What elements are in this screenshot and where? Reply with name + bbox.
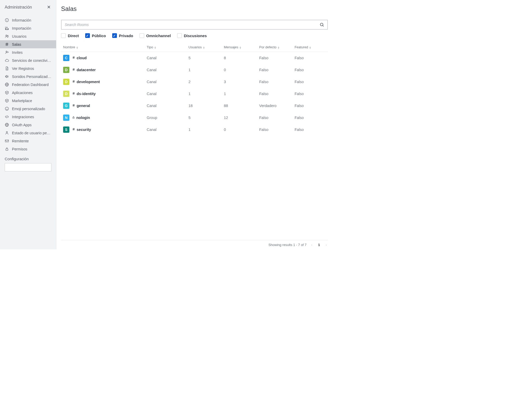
sidebar-item-label: Integraciones [12, 115, 34, 119]
sidebar-item-sonidos-personalizados[interactable]: Sonidos Personalizados [0, 72, 56, 81]
sidebar-item-salas[interactable]: Salas [0, 40, 56, 48]
close-icon[interactable] [46, 5, 52, 10]
sidebar-item-label: Usuarios [12, 34, 26, 38]
filter-direct[interactable]: Direct [61, 33, 79, 38]
filter-privado[interactable]: Privado [112, 33, 133, 38]
svg-line-7 [6, 43, 6, 46]
hash-icon [72, 104, 75, 108]
search-rooms-field[interactable] [61, 20, 328, 30]
sidebar-header: Administración [0, 0, 56, 15]
cell-type: Canal [145, 52, 187, 64]
sidebar-item-informaci-n[interactable]: Información [0, 16, 56, 24]
cell-users: 18 [187, 100, 222, 112]
svg-rect-14 [5, 76, 6, 77]
cell-featured: Falso [292, 88, 328, 100]
sidebar-item-estado-de-usuario-personaliza[interactable]: Estado de usuario personaliza... [0, 129, 56, 137]
table-row[interactable]: DdevelopmentCanal23FalsoFalso [61, 76, 328, 88]
sidebar-item-label: Información [12, 18, 31, 22]
checkbox-icon[interactable] [112, 33, 117, 38]
svg-line-35 [73, 68, 73, 71]
globe-icon [5, 82, 9, 87]
sidebar-item-usuarios[interactable]: Usuarios [0, 32, 56, 40]
sidebar-item-importaci-n[interactable]: Importación [0, 24, 56, 32]
sidebar-item-label: Invites [12, 50, 23, 55]
room-name: cloud [72, 56, 87, 60]
sidebar-item-emoji-personalizado[interactable]: Emoji personalizado [0, 105, 56, 113]
pager-next[interactable]: › [325, 243, 328, 247]
sidebar-item-oauth-apps[interactable]: OAuth Apps [0, 121, 56, 129]
sidebar-item-invites[interactable]: Invites [0, 48, 56, 56]
svg-line-48 [74, 104, 74, 107]
svg-line-32 [74, 56, 74, 59]
sidebar-item-ver-registros[interactable]: Ver Registros [0, 64, 56, 72]
info-icon [5, 18, 9, 22]
col-type[interactable]: Tipo▲▼ [145, 43, 187, 52]
room-name: datacenter [72, 68, 96, 72]
svg-point-2 [7, 19, 7, 19]
lock-icon [72, 116, 75, 120]
cell-default: Falso [257, 112, 292, 124]
svg-point-20 [7, 108, 8, 109]
col-default[interactable]: Por defecto▲▼ [257, 43, 292, 52]
cell-users: 1 [187, 124, 222, 136]
sidebar-item-label: OAuth Apps [12, 123, 32, 127]
cube-icon [5, 98, 9, 103]
table-row[interactable]: SsecurityCanal10FalsoFalso [61, 124, 328, 136]
page-title: Salas [61, 5, 328, 12]
checkbox-icon[interactable] [85, 33, 90, 38]
filter-discusiones[interactable]: Discusiones [177, 33, 207, 38]
svg-line-36 [74, 68, 74, 71]
sidebar-item-permisos[interactable]: Permisos [0, 145, 56, 153]
room-name: security [72, 128, 91, 132]
col-users[interactable]: Usuarios▲▼ [187, 43, 222, 52]
pager-prev[interactable]: ‹ [310, 243, 313, 247]
room-avatar: S [63, 127, 69, 133]
sidebar-item-aplicaciones[interactable]: Aplicaciones [0, 89, 56, 97]
cell-featured: Falso [292, 76, 328, 88]
svg-line-40 [74, 80, 74, 83]
sidebar-item-federation-dashboard[interactable]: Federation Dashboard [0, 81, 56, 89]
hash-icon [72, 68, 75, 72]
table-row[interactable]: DdatacenterCanal10FalsoFalso [61, 64, 328, 76]
cell-featured: Falso [292, 124, 328, 136]
cell-messages: 8 [222, 52, 257, 64]
table-row[interactable]: NnologinGroup512FalsoFalso [61, 112, 328, 124]
svg-point-4 [7, 35, 8, 36]
svg-rect-26 [5, 140, 9, 142]
col-name[interactable]: Nombre▲▼ [61, 43, 145, 52]
cloud-icon [5, 58, 9, 63]
cell-default: Falso [257, 124, 292, 136]
table-row[interactable]: GgeneralCanal1888VerdaderoFalso [61, 100, 328, 112]
checkbox-icon[interactable] [139, 33, 144, 38]
search-icon [320, 22, 324, 27]
table-row[interactable]: CcloudCanal58FalsoFalso [61, 52, 328, 64]
search-input[interactable] [65, 23, 320, 27]
hash-icon [5, 42, 9, 46]
sidebar-item-servicios-de-conectividad[interactable]: Servicios de conectividad [0, 56, 56, 64]
svg-line-52 [73, 128, 73, 130]
sidebar-item-integraciones[interactable]: Integraciones [0, 113, 56, 121]
filter-omnichannel[interactable]: Omnichannel [139, 33, 171, 38]
svg-line-53 [74, 128, 74, 130]
config-search-input[interactable] [5, 163, 51, 171]
col-featured[interactable]: Featured▲▼ [292, 43, 328, 52]
cell-messages: 88 [222, 100, 257, 112]
table-row[interactable]: Dds-identityCanal11FalsoFalso [61, 88, 328, 100]
cell-messages: 12 [222, 112, 257, 124]
filter-publico[interactable]: Público [85, 33, 106, 38]
code-icon [5, 115, 9, 119]
checkbox-icon[interactable] [177, 33, 182, 38]
cell-featured: Falso [292, 100, 328, 112]
sidebar-item-label: Aplicaciones [12, 91, 33, 95]
sidebar-item-label: Marketplace [12, 99, 32, 103]
sidebar-item-marketplace[interactable]: Marketplace [0, 97, 56, 105]
cell-type: Canal [145, 88, 187, 100]
cell-featured: Falso [292, 64, 328, 76]
sidebar-item-label: Sonidos Personalizados [12, 75, 51, 79]
col-messages[interactable]: Mensajes▲▼ [222, 43, 257, 52]
checkbox-icon[interactable] [61, 33, 66, 38]
cell-messages: 1 [222, 88, 257, 100]
svg-point-19 [6, 108, 6, 109]
cell-users: 5 [187, 112, 222, 124]
sidebar-item-remitente[interactable]: Remitente [0, 137, 56, 145]
